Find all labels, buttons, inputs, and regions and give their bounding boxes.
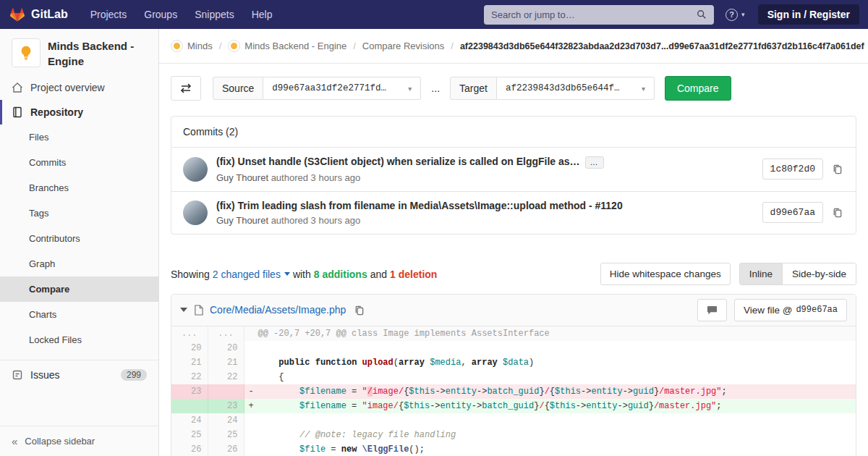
target-ref-value: af2239843d3db65e644f…: [506, 83, 620, 93]
commit-author-avatar[interactable]: [183, 200, 208, 225]
sidebar-item-tags[interactable]: Tags: [0, 200, 158, 226]
repository-subnav: FilesCommitsBranchesTagsContributorsGrap…: [0, 124, 158, 352]
view-file-button[interactable]: View file @ d99e67aa: [734, 299, 847, 321]
old-line-number[interactable]: 20: [171, 341, 208, 355]
new-line-number[interactable]: 20: [208, 341, 244, 355]
copy-file-path-button[interactable]: [352, 303, 366, 317]
old-line-number[interactable]: [171, 399, 208, 413]
new-line-number[interactable]: 25: [208, 428, 244, 442]
breadcrumb-group[interactable]: Minds: [171, 40, 213, 52]
new-line-number[interactable]: [208, 384, 244, 399]
sidebar-item-charts[interactable]: Charts: [0, 302, 158, 327]
sidebar-item-graph[interactable]: Graph: [0, 251, 158, 276]
gitlab-home-link[interactable]: GitLab: [9, 6, 68, 23]
commit-author-link[interactable]: Guy Thouret: [216, 215, 268, 226]
target-ref-dropdown[interactable]: af2239843d3db65e644f… ▾: [497, 77, 655, 100]
source-ref-value: d99e67aa31df2e2771fd…: [272, 83, 386, 93]
sidebar-item-branches[interactable]: Branches: [0, 175, 158, 200]
changed-files-dropdown[interactable]: 2 changed files: [213, 269, 290, 280]
new-line-number[interactable]: 22: [208, 370, 244, 384]
sidebar-item-issues[interactable]: Issues 299: [0, 360, 158, 389]
inline-view-button[interactable]: Inline: [740, 263, 782, 284]
new-line-number[interactable]: 23: [208, 399, 244, 413]
breadcrumb-group-link[interactable]: Minds: [187, 41, 213, 51]
diff-stats-bar: Showing 2 changed files with 8 additions…: [171, 262, 856, 287]
source-ref-dropdown[interactable]: d99e67aa31df2e2771fd… ▾: [263, 77, 421, 100]
diff-code-cell: [244, 413, 856, 428]
diff-line-context: 2626 $file = new \ElggFile();: [171, 442, 856, 456]
commit-sha[interactable]: d99e67aa: [762, 202, 823, 223]
new-line-number[interactable]: 21: [208, 355, 244, 370]
and-label: and: [370, 269, 387, 280]
old-line-number[interactable]: 24: [171, 413, 208, 428]
swap-refs-button[interactable]: [171, 76, 201, 101]
project-header[interactable]: Minds Backend - Engine: [0, 29, 158, 75]
breadcrumb: Minds / Minds Backend - Engine / Compare…: [159, 29, 868, 64]
sidebar-item-repository[interactable]: Repository: [0, 100, 158, 124]
chevron-down-icon: ▾: [642, 85, 645, 93]
new-line-number[interactable]: ...: [208, 326, 244, 341]
copy-sha-button[interactable]: [830, 162, 844, 176]
nav-item-groups[interactable]: Groups: [136, 4, 185, 25]
search-box[interactable]: [484, 5, 714, 25]
commits-panel-title: Commits (2): [171, 117, 856, 148]
source-label: Source: [213, 77, 263, 100]
sidebar-item-contributors[interactable]: Contributors: [0, 226, 158, 251]
breadcrumb-project[interactable]: Minds Backend - Engine: [228, 40, 346, 52]
side-by-side-view-button[interactable]: Side-by-side: [782, 263, 856, 284]
view-file-sha: d99e67aa: [796, 305, 838, 315]
diff-line-context: 2424: [171, 413, 856, 428]
sidebar-item-files[interactable]: Files: [0, 124, 158, 150]
file-path-link[interactable]: Core/Media/Assets/Image.php: [210, 304, 346, 316]
new-line-number[interactable]: 24: [208, 413, 244, 428]
diff-line-add: 23+ $filename = "image/{$this->entity->b…: [171, 399, 856, 413]
source-ref-group: Source d99e67aa31df2e2771fd… ▾: [213, 77, 421, 100]
sidebar-item-compare[interactable]: Compare: [0, 276, 158, 302]
nav-item-projects[interactable]: Projects: [82, 4, 135, 25]
old-line-number[interactable]: 23: [171, 384, 208, 399]
new-line-number[interactable]: 26: [208, 442, 244, 456]
commit-author-link[interactable]: Guy Thouret: [216, 172, 268, 183]
chevron-down-icon: ▾: [408, 85, 412, 93]
old-line-number[interactable]: 26: [171, 442, 208, 456]
additions-count: 8 additions: [314, 269, 367, 280]
nav-item-snippets[interactable]: Snippets: [187, 4, 242, 25]
file-icon: [194, 305, 203, 316]
compare-revisions-form: Source d99e67aa31df2e2771fd… ▾ ... Targe…: [171, 75, 856, 101]
diff-file-panel: Core/Media/Assets/Image.php View file @ …: [171, 294, 856, 456]
sidebar-item-project-overview[interactable]: Project overview: [0, 75, 158, 100]
collapse-chevrons-icon: «: [12, 436, 17, 447]
sidebar-item-locked-files[interactable]: Locked Files: [0, 327, 158, 352]
commit-title-link[interactable]: (fix) Unset handle (S3Client object) whe…: [216, 156, 580, 167]
old-line-number[interactable]: 22: [171, 370, 208, 384]
breadcrumb-current-compare: af2239843d3db65e644f32823abdaa2d23d703d7…: [460, 41, 864, 51]
old-line-number[interactable]: ...: [171, 326, 208, 341]
with-label: with: [293, 269, 311, 280]
hide-whitespace-button[interactable]: Hide whitespace changes: [600, 263, 731, 285]
changed-files-label: 2 changed files: [213, 269, 281, 280]
diff-code-cell: // @note: legacy file handling: [244, 428, 856, 442]
commit-meta: Guy Thouret authored 3 hours ago: [216, 172, 604, 183]
target-label: Target: [450, 77, 497, 100]
showing-label: Showing: [171, 269, 210, 280]
copy-sha-button[interactable]: [830, 206, 844, 219]
commit-sha[interactable]: 1c80f2d0: [762, 159, 823, 180]
commit-expand-button[interactable]: …: [585, 156, 604, 169]
compare-button[interactable]: Compare: [665, 76, 731, 101]
nav-item-help[interactable]: Help: [244, 4, 281, 25]
commit-title-link[interactable]: (fix) Trim leading slash from filename i…: [216, 200, 623, 211]
search-input[interactable]: [491, 9, 697, 20]
collapse-diff-caret-icon[interactable]: [180, 308, 187, 312]
commit-author-avatar[interactable]: [183, 157, 208, 182]
sign-in-button[interactable]: Sign in / Register: [758, 4, 859, 25]
breadcrumb-page-link[interactable]: Compare Revisions: [362, 41, 444, 51]
diff-code-cell: public function upload(array $media, arr…: [244, 355, 856, 370]
comment-on-file-button[interactable]: [697, 299, 727, 321]
old-line-number[interactable]: 21: [171, 355, 208, 370]
help-menu[interactable]: ? ▾: [726, 9, 745, 21]
old-line-number[interactable]: 25: [171, 428, 208, 442]
breadcrumb-project-link[interactable]: Minds Backend - Engine: [244, 41, 346, 51]
sidebar-item-commits[interactable]: Commits: [0, 150, 158, 175]
collapse-sidebar-button[interactable]: « Collapse sidebar: [0, 426, 158, 456]
diff-line-hunk: ...... @@ -20,7 +20,7 @@ class Image imp…: [171, 326, 856, 341]
